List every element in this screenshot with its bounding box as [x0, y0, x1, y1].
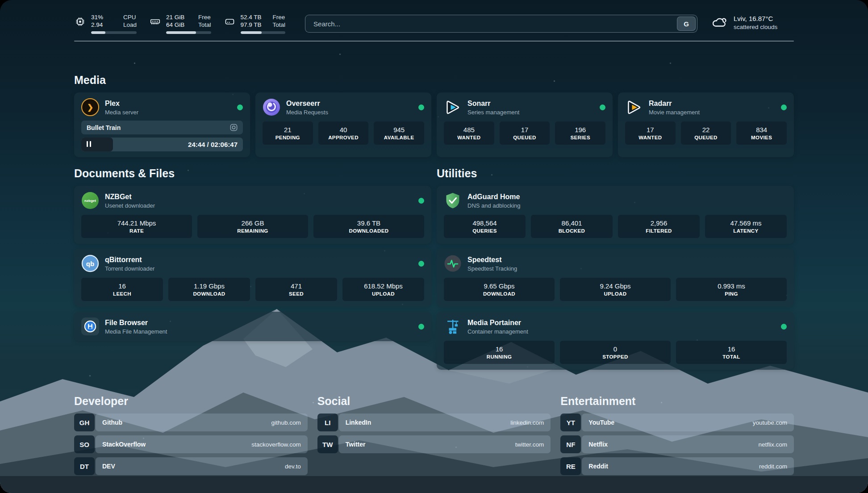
app-name: Radarr [649, 99, 700, 108]
stat-tile: 39.6 TB DOWNLOADED [313, 215, 424, 238]
disk-icon [224, 16, 236, 34]
cpu-load-label: Load [123, 21, 137, 29]
status-dot [418, 261, 424, 267]
section-media: Media ❯ Plex Media server Bullet Train [74, 74, 794, 157]
stat-tile: 744.21 Mbps RATE [81, 215, 192, 238]
media-section-title: Media [74, 74, 794, 87]
playback-progress-fill [81, 138, 113, 151]
search-input[interactable] [305, 15, 697, 33]
twitter-abbr-icon: TW [317, 435, 338, 453]
portainer-card[interactable]: Media Portainer Container management 16 … [437, 312, 794, 370]
stat-tile: 86,401 BLOCKED [531, 215, 613, 238]
entertainment-section-title: Entertainment [560, 395, 794, 408]
section-entertainment: Entertainment YT YouTube youtube.com NF … [560, 395, 794, 475]
stat-tile: 16 LEECH [81, 278, 163, 301]
app-name: Speedtest [467, 255, 517, 264]
app-desc: Media server [105, 109, 138, 116]
app-name: Plex [105, 99, 138, 108]
sonarr-icon [444, 98, 462, 116]
app-name: Media Portainer [467, 318, 528, 327]
search-engine-button[interactable]: G [677, 17, 696, 31]
status-dot [781, 324, 787, 330]
nzbget-card[interactable]: nzbget NZBGet Usenet downloader 74 [74, 186, 431, 244]
app-desc: Container management [467, 328, 528, 335]
snow-flecks [0, 0, 1, 1]
stat-tile: 16 RUNNING [444, 341, 555, 364]
app-desc: Media File Management [105, 328, 167, 335]
stat-tile: 9.65 Gbps DOWNLOAD [444, 278, 555, 301]
stat-tile: 17 QUEUED [500, 121, 550, 145]
section-documents: Documents & Files nzbget [74, 167, 431, 341]
radarr-card[interactable]: Radarr Movie management 17 WANTED 22 QUE… [618, 92, 794, 157]
weather-condition: scattered clouds [734, 23, 777, 31]
bookmark-reddit[interactable]: RE Reddit reddit.com [560, 457, 794, 475]
ram-icon [149, 16, 161, 34]
playback-progress-bar[interactable]: 24:44 / 02:06:47 [81, 138, 243, 151]
bookmark-linkedin[interactable]: LI LinkedIn linkedin.com [317, 414, 551, 431]
sonarr-card[interactable]: Sonarr Series management 485 WANTED 17 Q… [437, 92, 613, 157]
cpu-usage-value: 31% [91, 13, 114, 21]
stat-tile: 498,564 QUERIES [444, 215, 526, 238]
filebrowser-card[interactable]: File Browser Media File Management [74, 312, 431, 341]
stat-tile: 17 WANTED [625, 121, 676, 145]
top-bar: 31% 2.94 CPU Load [74, 13, 794, 34]
filebrowser-icon [81, 318, 99, 335]
stat-tile: 0 STOPPED [560, 341, 671, 364]
app-desc: Speedtest Tracking [467, 265, 517, 272]
netflix-abbr-icon: NF [560, 435, 581, 453]
stat-tile: 16 TOTAL [676, 341, 787, 364]
app-desc: Torrent downloader [105, 265, 154, 272]
linkedin-abbr-icon: LI [317, 414, 338, 431]
bookmark-netflix[interactable]: NF Netflix netflix.com [560, 435, 794, 453]
cpu-progress-fill [91, 31, 105, 34]
youtube-abbr-icon: YT [560, 414, 581, 431]
app-name: qBittorrent [105, 255, 154, 264]
app-desc: Usenet downloader [105, 202, 155, 209]
status-dot [418, 324, 424, 330]
stat-tile: 834 MOVIES [736, 121, 787, 145]
stat-tile: 0.993 ms PING [676, 278, 787, 301]
overseerr-card[interactable]: Overseerr Media Requests 21 PENDING 40 A… [255, 92, 431, 157]
adguard-card[interactable]: AdGuard Home DNS and adblocking 498,564 … [437, 186, 794, 244]
disk-total-label: Total [273, 21, 286, 29]
pause-icon [87, 141, 91, 149]
bookmark-dev[interactable]: DT DEV dev.to [74, 457, 308, 475]
ram-free-value: 21 GiB [166, 13, 189, 21]
qbittorrent-card[interactable]: qb qBittorrent Torrent downloader [74, 249, 431, 307]
nzbget-icon: nzbget [81, 192, 99, 209]
status-dot [600, 104, 605, 110]
plex-card[interactable]: ❯ Plex Media server Bullet Train [74, 92, 250, 157]
disk-total-value: 97.9 TB [241, 21, 264, 29]
bookmark-youtube[interactable]: YT YouTube youtube.com [560, 414, 794, 431]
overseerr-icon [263, 98, 280, 116]
github-abbr-icon: GH [74, 414, 95, 431]
stackoverflow-abbr-icon: SO [74, 435, 95, 453]
disk-free-value: 52.4 TB [241, 13, 264, 21]
ram-total-value: 64 GiB [166, 21, 189, 29]
stat-tile: 945 AVAILABLE [374, 121, 424, 145]
disk-widget: 52.4 TB 97.9 TB Free Total [224, 13, 286, 34]
plex-icon: ❯ [81, 98, 99, 116]
reddit-abbr-icon: RE [560, 457, 581, 475]
status-dot [418, 198, 424, 204]
cpu-usage-label: CPU [123, 13, 137, 21]
utilities-section-title: Utilities [437, 167, 794, 180]
app-name: Sonarr [467, 99, 519, 108]
stat-tile: 266 GB REMAINING [197, 215, 308, 238]
qbittorrent-icon: qb [81, 255, 99, 272]
stat-tile: 485 WANTED [444, 121, 494, 145]
cpu-progress-track [91, 31, 137, 34]
dev-abbr-icon: DT [74, 457, 95, 475]
disk-progress-fill [241, 31, 262, 34]
svg-text:nzbget: nzbget [84, 199, 96, 203]
bookmark-github[interactable]: GH Github github.com [74, 414, 308, 431]
bookmark-twitter[interactable]: TW Twitter twitter.com [317, 435, 551, 453]
stat-tile: 1.19 Gbps DOWNLOAD [168, 278, 250, 301]
cpu-widget: 31% 2.94 CPU Load [74, 13, 137, 34]
status-dot [237, 104, 243, 110]
app-desc: DNS and adblocking [467, 202, 521, 209]
stat-tile: 47.569 ms LATENCY [705, 215, 787, 238]
speedtest-card[interactable]: Speedtest Speedtest Tracking 9.65 Gbps D… [437, 249, 794, 307]
ram-free-label: Free [198, 13, 211, 21]
bookmark-stackoverflow[interactable]: SO StackOverflow stackoverflow.com [74, 435, 308, 453]
